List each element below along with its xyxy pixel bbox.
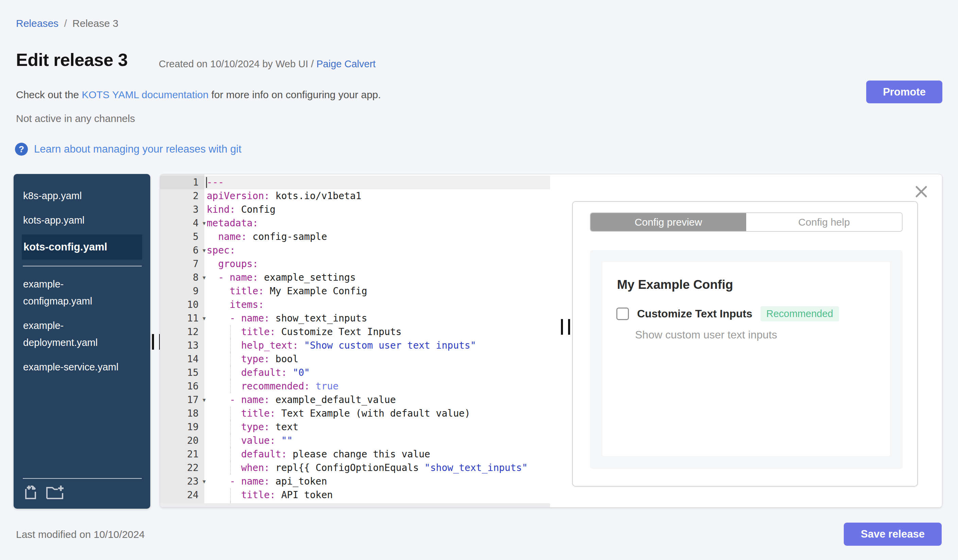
divider — [23, 266, 142, 266]
file-item-k8s-app.yaml[interactable]: k8s-app.yaml — [14, 184, 150, 208]
yaml-editor[interactable]: 1---2apiVersion: kots.io/v1beta13kind: C… — [160, 174, 550, 507]
code-line-21[interactable]: 21 default: please change this value — [160, 448, 550, 461]
created-info: Created on 10/10/2024 by Web UI / Paige … — [159, 59, 376, 70]
code-line-7[interactable]: 7 groups: — [160, 257, 550, 271]
code-line-1[interactable]: 1--- — [160, 176, 550, 189]
author-link[interactable]: Paige Calvert — [317, 59, 376, 69]
line-number: 19 — [160, 420, 204, 434]
line-number: 21 — [160, 448, 204, 461]
add-folder-icon[interactable] — [46, 484, 65, 502]
line-number: 4▾ — [160, 217, 204, 230]
code-text: title: API token — [204, 488, 550, 502]
code-line-23[interactable]: 23▾ - name: api_token — [160, 475, 550, 488]
code-text: --- — [204, 176, 550, 189]
code-text: title: My Example Config — [204, 285, 550, 298]
docs-suffix: for more info on configuring your app. — [208, 89, 381, 100]
breadcrumb-releases-link[interactable]: Releases — [16, 18, 59, 29]
preview-inset: My Example Config Customize Text Inputs … — [590, 250, 902, 469]
code-line-22[interactable]: 22 when: repl{{ ConfigOptionEquals "show… — [160, 461, 550, 475]
file-item-example-deployment.yaml[interactable]: example-deployment.yaml — [14, 313, 150, 355]
sidebar-bottom — [14, 472, 150, 509]
horizontal-scrollbar[interactable] — [160, 503, 550, 507]
line-number: 6▾ — [160, 244, 204, 257]
indent-guide — [230, 448, 231, 461]
editor-lines: 1---2apiVersion: kots.io/v1beta13kind: C… — [160, 176, 550, 507]
page-title: Edit release 3 — [16, 50, 127, 70]
breadcrumb-separator: / — [64, 18, 67, 29]
code-line-13[interactable]: 13 help_text: "Show custom user text inp… — [160, 339, 550, 353]
created-text: Created on 10/10/2024 by Web UI / — [159, 59, 317, 69]
tab-config-preview[interactable]: Config preview — [590, 213, 746, 231]
edit-release-page: Releases / Release 3 Edit release 3 Crea… — [0, 0, 958, 560]
line-number: 15 — [160, 366, 204, 380]
code-line-24[interactable]: 24 title: API token — [160, 488, 550, 502]
code-text: spec: — [204, 244, 550, 257]
line-number: 8▾ — [160, 271, 204, 285]
code-text: name: config-sample — [204, 230, 550, 244]
indent-guide — [230, 420, 231, 434]
code-line-16[interactable]: 16 recommended: true — [160, 380, 550, 393]
last-modified: Last modified on 10/10/2024 — [16, 529, 145, 540]
indent-guide — [230, 461, 231, 475]
code-line-2[interactable]: 2apiVersion: kots.io/v1beta1 — [160, 189, 550, 203]
line-number: 11▾ — [160, 312, 204, 325]
code-line-12[interactable]: 12 title: Customize Text Inputs — [160, 325, 550, 339]
file-item-kots-config.yaml[interactable]: kots-config.yaml — [22, 234, 142, 259]
code-line-10[interactable]: 10 items: — [160, 298, 550, 312]
code-line-14[interactable]: 14 type: bool — [160, 353, 550, 366]
line-number: 2 — [160, 189, 204, 203]
code-line-5[interactable]: 5 name: config-sample — [160, 230, 550, 244]
line-number: 5 — [160, 230, 204, 244]
recommended-badge: Recommended — [760, 306, 839, 321]
close-icon[interactable] — [915, 185, 928, 198]
code-line-9[interactable]: 9 title: My Example Config — [160, 285, 550, 298]
code-line-18[interactable]: 18 title: Text Example (with default val… — [160, 407, 550, 420]
docs-sentence: Check out the KOTS YAML documentation fo… — [16, 89, 381, 101]
line-number: 14 — [160, 353, 204, 366]
code-line-15[interactable]: 15 default: "0" — [160, 366, 550, 380]
file-sidebar: k8s-app.yamlkots-app.yamlkots-config.yam… — [14, 174, 150, 509]
code-text: type: text — [204, 420, 550, 434]
indent-guide — [230, 325, 231, 339]
code-line-19[interactable]: 19 type: text — [160, 420, 550, 434]
indent-guide — [230, 380, 231, 393]
help-icon[interactable]: ? — [15, 143, 28, 156]
code-text: default: "0" — [204, 366, 550, 380]
code-line-3[interactable]: 3kind: Config — [160, 203, 550, 217]
code-text: - name: example_settings — [204, 271, 550, 285]
breadcrumb: Releases / Release 3 — [16, 18, 118, 29]
breadcrumb-current: Release 3 — [72, 18, 118, 29]
code-text: metadata: — [204, 217, 550, 230]
indent-guide — [230, 407, 231, 420]
file-item-example-service.yaml[interactable]: example-service.yaml — [14, 355, 150, 379]
line-number: 13 — [160, 339, 204, 353]
code-line-6[interactable]: 6▾spec: — [160, 244, 550, 257]
indent-guide — [230, 339, 231, 353]
line-number: 20 — [160, 434, 204, 448]
save-release-button[interactable]: Save release — [844, 523, 942, 546]
config-item-label: Customize Text Inputs — [637, 307, 752, 320]
kots-docs-link[interactable]: KOTS YAML documentation — [82, 89, 208, 100]
code-line-11[interactable]: 11▾ - name: show_text_inputs — [160, 312, 550, 325]
line-number: 24 — [160, 488, 204, 502]
indent-guide — [230, 434, 231, 448]
code-line-4[interactable]: 4▾metadata: — [160, 217, 550, 230]
line-number: 12 — [160, 325, 204, 339]
resize-handle-right[interactable] — [561, 319, 570, 335]
git-releases-link[interactable]: Learn about managing your releases with … — [34, 143, 241, 155]
code-line-17[interactable]: 17▾ - name: example_default_value — [160, 393, 550, 407]
code-text: apiVersion: kots.io/v1beta1 — [204, 189, 550, 203]
code-text: type: bool — [204, 353, 550, 366]
code-line-8[interactable]: 8▾ - name: example_settings — [160, 271, 550, 285]
config-checkbox[interactable] — [616, 307, 629, 320]
preview-tabs: Config preview Config help — [590, 212, 902, 232]
code-line-20[interactable]: 20 value: "" — [160, 434, 550, 448]
file-item-kots-app.yaml[interactable]: kots-app.yaml — [14, 208, 150, 233]
file-item-example-configmap.yaml[interactable]: example-configmap.yaml — [14, 272, 150, 313]
tab-config-help[interactable]: Config help — [746, 213, 902, 231]
add-file-icon[interactable] — [22, 484, 39, 502]
promote-button[interactable]: Promote — [866, 81, 942, 103]
file-list: k8s-app.yamlkots-app.yamlkots-config.yam… — [14, 184, 150, 379]
channel-status: Not active in any channels — [16, 113, 135, 124]
config-item-row: Customize Text Inputs Recommended — [616, 306, 839, 321]
